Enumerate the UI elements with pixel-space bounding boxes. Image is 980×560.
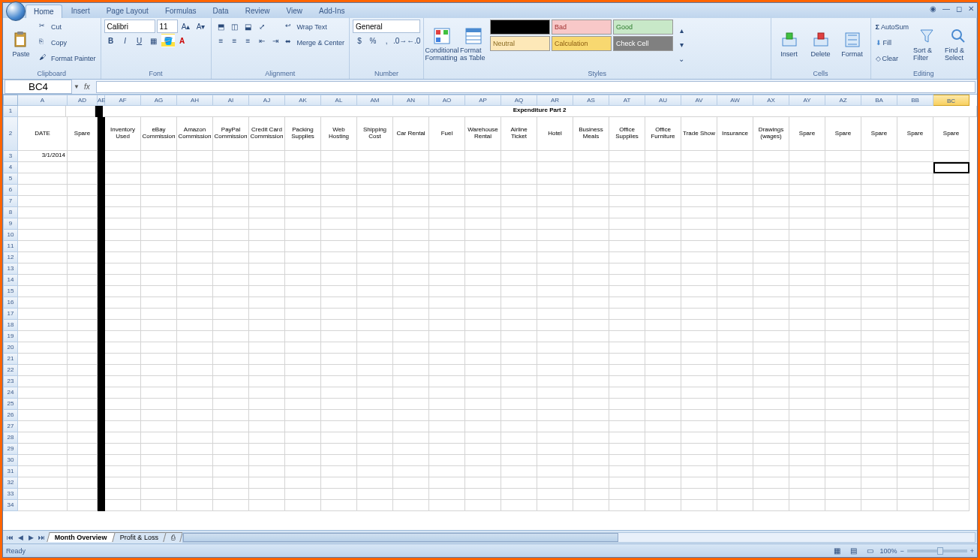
row-header[interactable]: 13 [3, 263, 18, 275]
cell[interactable] [98, 432, 105, 444]
cell[interactable] [105, 309, 141, 320]
comma-icon[interactable]: , [380, 34, 393, 47]
cell[interactable] [825, 354, 861, 365]
cell[interactable] [681, 365, 717, 376]
cell[interactable] [98, 421, 105, 432]
cell[interactable] [105, 173, 141, 185]
cell[interactable] [68, 432, 98, 444]
cell[interactable] [105, 275, 141, 286]
cell[interactable] [681, 297, 717, 309]
cell[interactable] [213, 196, 249, 207]
cell[interactable] [825, 489, 861, 500]
style-cell[interactable]: Check Cell [613, 36, 673, 51]
cell[interactable] [789, 342, 825, 354]
cell[interactable] [285, 399, 321, 410]
header-cell[interactable]: Insurance [717, 117, 753, 151]
cell[interactable] [249, 218, 285, 230]
cell[interactable] [213, 444, 249, 455]
cell[interactable] [18, 286, 68, 297]
cell[interactable] [321, 387, 357, 399]
cell[interactable] [573, 342, 609, 354]
row-header[interactable]: 30 [3, 455, 18, 466]
cell[interactable] [249, 387, 285, 399]
cell[interactable] [753, 309, 789, 320]
cell[interactable] [18, 196, 68, 207]
cell[interactable] [861, 387, 897, 399]
cell[interactable] [501, 410, 537, 421]
cell[interactable] [321, 263, 357, 275]
data-cell[interactable] [645, 151, 681, 162]
cell[interactable] [789, 320, 825, 331]
delete-cells-button[interactable]: Delete [806, 20, 836, 69]
cell[interactable] [933, 421, 969, 432]
cell[interactable] [717, 207, 753, 218]
cell[interactable] [753, 387, 789, 399]
cell[interactable] [393, 455, 429, 466]
cell[interactable] [285, 309, 321, 320]
row-header[interactable]: 8 [3, 207, 18, 218]
cell[interactable] [645, 185, 681, 196]
cell[interactable] [213, 466, 249, 477]
cell[interactable] [393, 297, 429, 309]
wrap-text-button[interactable]: ↩Wrap Text [284, 20, 347, 35]
cell[interactable] [609, 500, 645, 511]
find-select-button[interactable]: Find & Select [943, 20, 973, 69]
cell[interactable] [465, 263, 501, 275]
cell[interactable] [861, 218, 897, 230]
cell[interactable] [789, 207, 825, 218]
column-header[interactable]: AN [393, 95, 429, 106]
cell[interactable] [933, 173, 969, 185]
cell[interactable] [357, 241, 393, 252]
cell[interactable] [537, 162, 573, 173]
cell[interactable] [213, 218, 249, 230]
cell[interactable] [105, 489, 141, 500]
cell[interactable] [393, 252, 429, 263]
cell[interactable] [501, 365, 537, 376]
cell[interactable] [18, 376, 68, 387]
cell[interactable] [609, 218, 645, 230]
cell[interactable] [897, 252, 933, 263]
cell[interactable] [429, 297, 465, 309]
cell[interactable] [825, 399, 861, 410]
cell[interactable] [717, 500, 753, 511]
namebox-dropdown-icon[interactable]: ▼ [74, 83, 80, 90]
cell[interactable] [717, 466, 753, 477]
cell[interactable] [141, 309, 177, 320]
cell[interactable] [537, 477, 573, 489]
cell[interactable] [501, 162, 537, 173]
cell[interactable] [141, 489, 177, 500]
cell[interactable] [825, 500, 861, 511]
cell[interactable] [897, 275, 933, 286]
cell[interactable] [393, 196, 429, 207]
cell[interactable] [393, 218, 429, 230]
cell[interactable] [645, 466, 681, 477]
cell[interactable] [105, 185, 141, 196]
dec-decimal-icon[interactable]: ←.0 [407, 34, 420, 47]
style-cell[interactable]: Neutral [490, 36, 550, 51]
cell[interactable] [933, 297, 969, 309]
cell[interactable] [105, 263, 141, 275]
cell[interactable] [897, 489, 933, 500]
cell[interactable] [933, 466, 969, 477]
cell[interactable] [861, 354, 897, 365]
ribbon-tab-home[interactable]: Home [26, 5, 62, 18]
cell[interactable] [861, 489, 897, 500]
header-cell[interactable]: DATE [18, 117, 68, 151]
cell[interactable] [18, 399, 68, 410]
cell[interactable] [177, 320, 213, 331]
cell[interactable] [465, 410, 501, 421]
column-header[interactable]: AH [177, 95, 213, 106]
cell[interactable] [645, 500, 681, 511]
cell[interactable] [537, 399, 573, 410]
cell[interactable] [609, 432, 645, 444]
cell[interactable] [897, 162, 933, 173]
data-cell[interactable] [357, 151, 393, 162]
cell[interactable] [501, 286, 537, 297]
cell[interactable] [249, 309, 285, 320]
header-cell[interactable]: Inventory Used [105, 117, 141, 151]
cell[interactable] [681, 489, 717, 500]
cell[interactable] [933, 410, 969, 421]
cell[interactable] [573, 500, 609, 511]
cell[interactable] [177, 162, 213, 173]
cell[interactable] [609, 444, 645, 455]
